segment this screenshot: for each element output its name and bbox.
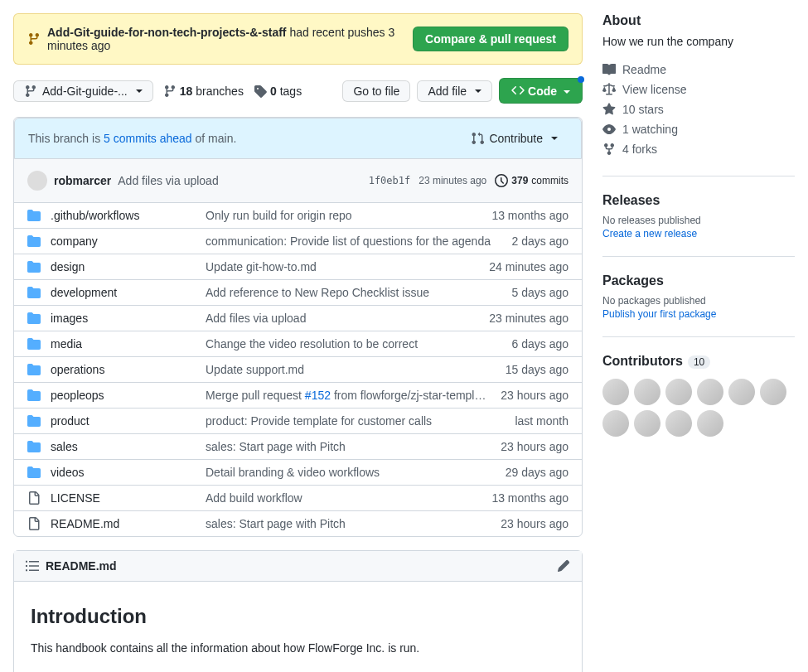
- avatar[interactable]: [27, 171, 47, 191]
- file-name-link[interactable]: design: [51, 260, 85, 273]
- readme-filename[interactable]: README.md: [46, 559, 550, 573]
- table-row: operationsUpdate support.md15 days ago: [14, 357, 582, 383]
- commit-message[interactable]: Add reference to New Repo Checklist issu…: [206, 286, 502, 299]
- tags-link[interactable]: 0tags: [254, 85, 302, 98]
- avatar[interactable]: [697, 379, 723, 405]
- fork-icon: [602, 143, 616, 156]
- table-row: README.mdsales: Start page with Pitch23 …: [14, 511, 582, 536]
- commit-message[interactable]: communication: Provide list of questions…: [206, 234, 502, 248]
- commit-time: 24 minutes ago: [489, 260, 569, 273]
- commit-time: 13 months ago: [491, 491, 569, 505]
- list-icon[interactable]: [26, 559, 39, 573]
- readme-content: Introduction This handbook contains all …: [14, 582, 582, 672]
- branch-selector[interactable]: Add-Git-guide-...: [13, 80, 153, 102]
- create-release-link[interactable]: Create a new release: [602, 228, 795, 239]
- contribute-button[interactable]: Contribute: [461, 128, 568, 148]
- commit-message[interactable]: Add files via upload: [118, 174, 218, 187]
- file-name-link[interactable]: company: [51, 234, 98, 248]
- file-name-link[interactable]: README.md: [51, 517, 119, 530]
- commit-time: 23 minutes ago: [489, 312, 569, 325]
- folder-icon: [27, 466, 41, 479]
- commit-time: 23 minutes ago: [419, 175, 486, 186]
- file-name-link[interactable]: sales: [51, 440, 78, 453]
- avatar[interactable]: [634, 410, 660, 437]
- commit-message[interactable]: Update support.md: [206, 363, 496, 376]
- folder-icon: [27, 209, 41, 222]
- file-icon: [27, 491, 41, 505]
- table-row: imagesAdd files via upload23 minutes ago: [14, 306, 582, 331]
- watching-link[interactable]: 1 watching: [602, 119, 795, 139]
- packages-section: Packages No packages published Publish y…: [602, 256, 795, 320]
- commits-ahead-link[interactable]: 5 commits ahead: [104, 132, 192, 145]
- branch-comparison-bar: This branch is 5 commits ahead of main. …: [14, 118, 582, 159]
- readme-link[interactable]: Readme: [602, 60, 795, 80]
- file-name-link[interactable]: videos: [51, 466, 84, 479]
- publish-package-link[interactable]: Publish your first package: [602, 308, 795, 320]
- file-name-link[interactable]: LICENSE: [51, 491, 100, 505]
- license-link[interactable]: View license: [602, 80, 795, 99]
- releases-section: Releases No releases published Create a …: [602, 176, 795, 239]
- goto-file-button[interactable]: Go to file: [342, 80, 410, 102]
- law-icon: [602, 83, 616, 96]
- folder-icon: [27, 337, 41, 351]
- add-file-button[interactable]: Add file: [417, 80, 492, 102]
- commit-message[interactable]: product: Provide template for customer c…: [206, 414, 505, 428]
- commit-time: 23 hours ago: [501, 440, 569, 453]
- avatar[interactable]: [602, 410, 629, 437]
- commit-message[interactable]: Only run build for origin repo: [206, 209, 481, 222]
- folder-icon: [27, 234, 41, 248]
- pencil-icon[interactable]: [557, 559, 570, 573]
- table-row: salessales: Start page with Pitch23 hour…: [14, 434, 582, 460]
- table-row: productproduct: Provide template for cus…: [14, 409, 582, 434]
- about-heading: About: [602, 13, 795, 28]
- pull-request-icon: [471, 132, 484, 145]
- avatar[interactable]: [634, 379, 660, 405]
- commit-message[interactable]: Update git-how-to.md: [206, 260, 479, 273]
- file-name-link[interactable]: media: [51, 337, 82, 351]
- file-name-link[interactable]: .github/workflows: [51, 209, 139, 222]
- commit-author[interactable]: robmarcer: [54, 174, 111, 187]
- recent-push-banner: Add-Git-guide-for-non-tech-projects-&-st…: [13, 13, 583, 65]
- compare-pr-button[interactable]: Compare & pull request: [413, 27, 569, 51]
- branch-icon: [163, 85, 177, 98]
- table-row: LICENSEAdd build workflow13 months ago: [14, 486, 582, 511]
- branches-link[interactable]: 18branches: [163, 85, 244, 98]
- issue-link[interactable]: #152: [305, 389, 331, 402]
- commit-message[interactable]: Add files via upload: [206, 312, 479, 325]
- commit-message[interactable]: Change the video resolution to be correc…: [206, 337, 502, 351]
- file-name-link[interactable]: images: [51, 312, 88, 325]
- tag-icon: [254, 85, 267, 98]
- avatar[interactable]: [665, 410, 692, 437]
- file-name-link[interactable]: product: [51, 414, 90, 428]
- code-button[interactable]: Code: [499, 78, 583, 104]
- table-row: developmentAdd reference to New Repo Che…: [14, 280, 582, 306]
- avatar[interactable]: [602, 379, 629, 405]
- commit-message[interactable]: Detail branding & video workflows: [206, 466, 496, 479]
- avatar[interactable]: [697, 410, 723, 437]
- avatar[interactable]: [760, 379, 786, 405]
- branch-icon: [24, 85, 37, 98]
- commit-sha[interactable]: 1f0eb1f: [369, 175, 411, 186]
- readme-box: README.md Introduction This handbook con…: [13, 550, 583, 672]
- commits-link[interactable]: 379commits: [495, 174, 569, 187]
- commit-time: 6 days ago: [512, 337, 569, 351]
- commit-message[interactable]: sales: Start page with Pitch: [206, 517, 491, 530]
- file-icon: [27, 517, 41, 530]
- commit-message[interactable]: Merge pull request #152 from flowforge/z…: [206, 389, 491, 402]
- commit-time: 15 days ago: [506, 363, 569, 376]
- commit-message[interactable]: Add build workflow: [206, 491, 481, 505]
- branch-icon: [27, 32, 41, 46]
- commit-time: last month: [515, 414, 569, 428]
- table-row: companycommunication: Provide list of qu…: [14, 229, 582, 254]
- forks-link[interactable]: 4 forks: [602, 139, 795, 159]
- file-name-link[interactable]: peopleops: [51, 389, 104, 402]
- star-icon: [602, 103, 616, 116]
- commit-message[interactable]: sales: Start page with Pitch: [206, 440, 491, 453]
- history-icon: [495, 174, 508, 187]
- file-name-link[interactable]: operations: [51, 363, 104, 376]
- stars-link[interactable]: 10 stars: [602, 99, 795, 119]
- file-name-link[interactable]: development: [51, 286, 117, 299]
- avatar[interactable]: [728, 379, 755, 405]
- table-row: .github/workflowsOnly run build for orig…: [14, 203, 582, 229]
- avatar[interactable]: [665, 379, 692, 405]
